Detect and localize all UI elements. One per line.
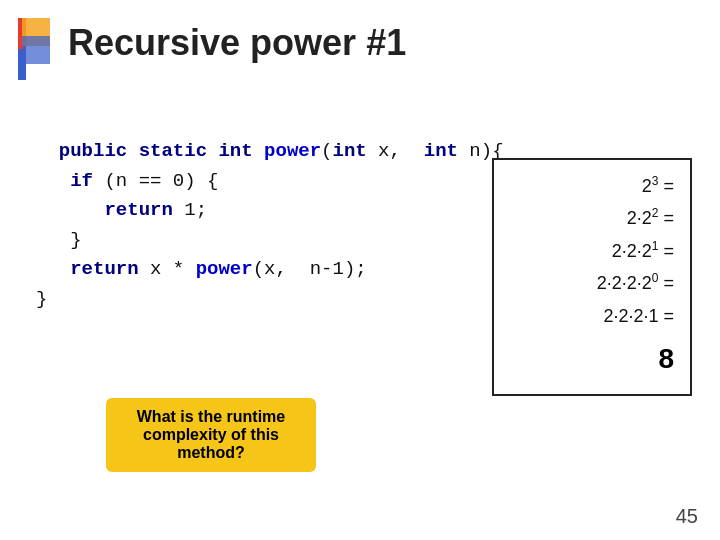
question-box: What is the runtime complexity of this m… [106, 398, 316, 472]
expansion-row-0: 23 = [504, 170, 674, 202]
expansion-row-4: 2·2·2·1 = [504, 300, 674, 332]
code-line-1: public static int power(int x, int n){ i… [36, 140, 504, 309]
question-line1: What is the runtime [137, 408, 285, 425]
code-block: public static int power(int x, int n){ i… [36, 108, 504, 314]
page-number: 45 [676, 505, 698, 528]
question-line2: complexity of this method? [143, 426, 279, 461]
expansion-row-2: 2·2·21 = [504, 235, 674, 267]
expansion-row-1: 2·22 = [504, 202, 674, 234]
title-accent-square-blue [22, 36, 50, 64]
right-panel: 23 = 2·22 = 2·2·21 = 2·2·2·20 = 2·2·2·1 … [492, 158, 692, 396]
slide-title: Recursive power #1 [68, 22, 406, 64]
final-answer: 8 [504, 334, 674, 384]
expansion-row-3: 2·2·2·20 = [504, 267, 674, 299]
